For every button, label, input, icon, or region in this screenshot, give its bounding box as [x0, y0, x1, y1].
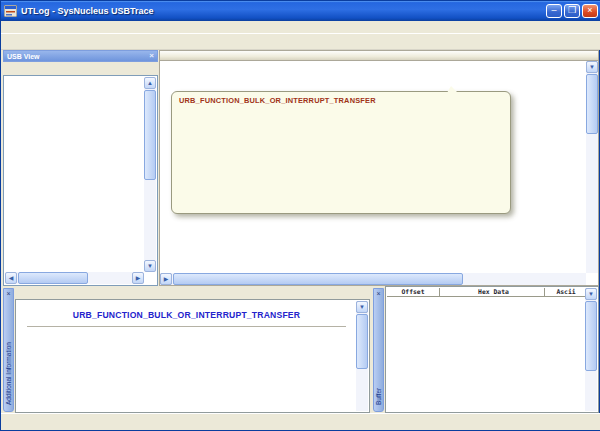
usb-view-panel: USB View × ▲ ▼ ◀ ▶: [3, 50, 158, 286]
scroll-up-icon[interactable]: ▲: [144, 77, 156, 89]
panel-close-icon[interactable]: ×: [374, 289, 383, 298]
maximize-button[interactable]: ❒: [564, 4, 580, 18]
urb-detail-tooltip: URB_FUNCTION_BULK_OR_INTERRUPT_TRANSFER: [171, 91, 511, 214]
info-panel-tabs: [15, 286, 370, 299]
info-heading: URB_FUNCTION_BULK_OR_INTERRUPT_TRANSFER: [17, 310, 356, 320]
close-button[interactable]: ×: [582, 4, 598, 18]
device-tree: [5, 77, 144, 272]
tree-horizontal-scrollbar[interactable]: ◀ ▶: [5, 272, 144, 284]
tooltip-title: URB_FUNCTION_BULK_OR_INTERRUPT_TRANSFER: [179, 96, 503, 105]
app-window: UTLog - SysNucleus USBTrace – ❒ × USB Vi…: [0, 0, 600, 431]
tree-vscroll-thumb[interactable]: [144, 90, 156, 180]
app-icon: [4, 5, 17, 17]
scroll-left-icon[interactable]: ◀: [5, 272, 17, 284]
scroll-down-icon[interactable]: ▼: [585, 288, 597, 300]
device-tree-box: ▲ ▼ ◀ ▶: [3, 75, 158, 286]
info-vscroll-thumb[interactable]: [356, 314, 368, 369]
info-vertical-scrollbar[interactable]: ▲ ▼: [356, 301, 368, 411]
info-panel-body: URB_FUNCTION_BULK_OR_INTERRUPT_TRANSFER …: [15, 299, 370, 413]
scroll-right-icon[interactable]: ▶: [160, 273, 172, 285]
grid-horizontal-scrollbar[interactable]: ◀ ▶: [160, 273, 586, 285]
usb-view-title: USB View: [7, 53, 40, 60]
scroll-right-icon[interactable]: ▶: [132, 272, 144, 284]
hex-col-offset: Offset: [387, 288, 439, 296]
hex-view: Offset Hex Data Ascii: [387, 288, 585, 411]
additional-info-panel: URB_FUNCTION_BULK_OR_INTERRUPT_TRANSFER …: [15, 286, 370, 413]
grid-hscroll-thumb[interactable]: [173, 273, 463, 285]
minimize-button[interactable]: –: [546, 4, 562, 18]
usb-view-close-icon[interactable]: ×: [149, 52, 154, 60]
buffer-label: Buffer: [375, 300, 382, 405]
hex-header-row: Offset Hex Data Ascii: [387, 288, 585, 297]
hex-vscroll-thumb[interactable]: [585, 301, 597, 371]
window-title: UTLog - SysNucleus USBTrace: [21, 6, 544, 16]
hex-col-ascii: Ascii: [545, 288, 585, 296]
status-bar: [1, 413, 600, 430]
usb-view-header: USB View ×: [3, 50, 158, 62]
toolbar: [1, 34, 600, 50]
additional-info-side-tab[interactable]: × Additional Information: [3, 288, 14, 412]
title-bar: UTLog - SysNucleus USBTrace – ❒ ×: [1, 1, 600, 21]
panel-close-icon[interactable]: ×: [4, 289, 13, 298]
scroll-down-icon[interactable]: ▼: [356, 301, 368, 313]
additional-info-label: Additional Information: [5, 300, 12, 405]
usb-view-tabs: [3, 62, 158, 75]
scroll-down-icon[interactable]: ▼: [586, 61, 598, 73]
tree-hscroll-thumb[interactable]: [18, 272, 88, 284]
hex-col-data: Hex Data: [439, 288, 545, 296]
grid-vertical-scrollbar[interactable]: ▲ ▼: [586, 61, 598, 273]
buffer-hex-panel: Offset Hex Data Ascii ▲ ▼: [385, 286, 599, 413]
grid-vscroll-thumb[interactable]: [586, 74, 598, 134]
buffer-side-tab[interactable]: × Buffer: [373, 288, 384, 412]
info-divider: [27, 326, 346, 327]
hex-vertical-scrollbar[interactable]: ▲ ▼: [585, 288, 597, 411]
menu-bar: [1, 21, 600, 34]
grid-header-row: [160, 51, 598, 61]
tooltip-pointer: [447, 86, 458, 93]
tree-vertical-scrollbar[interactable]: ▲ ▼: [144, 77, 156, 272]
scroll-down-icon[interactable]: ▼: [144, 260, 156, 272]
